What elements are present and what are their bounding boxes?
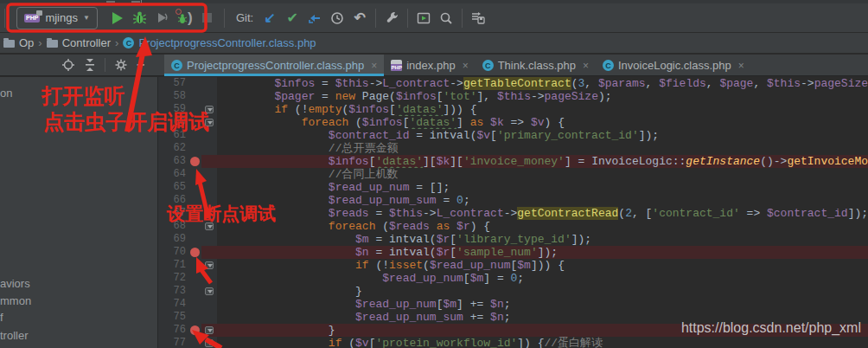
- fold-marker-icon[interactable]: [205, 326, 214, 334]
- code-line[interactable]: 59 if (!empty($infos['datas'])) {: [158, 103, 868, 116]
- project-tree-item[interactable]: on: [0, 87, 12, 100]
- line-number[interactable]: 62: [158, 142, 189, 155]
- code-line[interactable]: 74 $read_up_num[$m] += $n;: [158, 298, 868, 311]
- code-line[interactable]: 70 $n = intval($r['sample_num']);: [158, 246, 868, 259]
- git-push-button[interactable]: [303, 7, 326, 29]
- code-text: foreach ($reads as $r) {: [217, 220, 868, 233]
- project-tree-item[interactable]: mmon: [0, 294, 31, 307]
- debug-button[interactable]: [129, 7, 151, 29]
- code-line[interactable]: 58 $pager = new Page($infos['tot'], $thi…: [158, 90, 868, 103]
- close-icon[interactable]: ×: [738, 60, 744, 72]
- code-token: $n: [490, 311, 504, 324]
- line-number[interactable]: 74: [158, 298, 189, 311]
- code-token: =: [409, 129, 429, 142]
- gutter-marker-slot[interactable]: [189, 155, 201, 168]
- gutter-marker-slot[interactable]: [189, 233, 201, 246]
- close-icon[interactable]: ×: [371, 60, 377, 72]
- line-number[interactable]: 65: [158, 181, 189, 194]
- project-tree-item[interactable]: f: [0, 311, 3, 324]
- close-icon[interactable]: ×: [463, 60, 469, 72]
- line-number[interactable]: 64: [158, 168, 189, 181]
- breakpoint-dot[interactable]: [190, 325, 200, 335]
- code-token: $read_up_num: [355, 298, 437, 311]
- line-number[interactable]: 58: [158, 90, 189, 103]
- settings-button[interactable]: [380, 7, 403, 29]
- breakpoint-dot[interactable]: [190, 248, 200, 257]
- breadcrumb-item[interactable]: Op: [3, 36, 34, 49]
- gutter-marker-slot[interactable]: [189, 337, 201, 348]
- line-number[interactable]: 77: [158, 337, 189, 348]
- code-line[interactable]: 60 foreach ($infos['datas'] as $k => $v)…: [158, 116, 868, 129]
- project-tree-item[interactable]: troller: [0, 329, 29, 342]
- fold-marker-icon[interactable]: [205, 261, 214, 269]
- gutter-marker-slot[interactable]: [189, 298, 201, 311]
- gutter-marker-slot[interactable]: [189, 285, 201, 298]
- run-window-button[interactable]: [412, 7, 435, 29]
- history-button[interactable]: [326, 7, 348, 29]
- listen-debug-button[interactable]: ): [174, 7, 196, 29]
- gutter-marker-slot[interactable]: [189, 311, 201, 324]
- stop-button[interactable]: [196, 7, 219, 29]
- close-icon[interactable]: ×: [583, 60, 589, 72]
- line-number[interactable]: 57: [158, 77, 189, 90]
- gutter-marker-slot[interactable]: [189, 246, 201, 259]
- code-token: $read_up_num: [430, 259, 511, 272]
- collapse-all-icon[interactable]: [84, 58, 96, 72]
- run-config-name: mjings: [45, 11, 78, 24]
- gutter-marker-slot[interactable]: [189, 181, 201, 194]
- code-line[interactable]: 64 //合同上机数: [158, 168, 868, 181]
- code-line[interactable]: 63 $infos['datas'][$k]['invoice_money'] …: [158, 155, 868, 168]
- code-token: if: [329, 337, 342, 348]
- line-number[interactable]: 76: [158, 324, 189, 337]
- code-line[interactable]: 62 //总开票金额: [158, 142, 868, 155]
- tab-projectprogresscontroller-class-php[interactable]: CProjectprogressController.class.php×: [164, 55, 384, 76]
- tab-think-class-php[interactable]: CThink.class.php×: [475, 55, 596, 76]
- code-line[interactable]: 72 $read_up_num[$m] = 0;: [158, 272, 868, 285]
- code-line[interactable]: 65 $read_up_num = [];: [158, 181, 868, 194]
- code-line[interactable]: 57 $infos = $this->L_contract->getTableC…: [158, 77, 868, 90]
- code-token: ->: [801, 77, 814, 90]
- code-line[interactable]: 71 if (!isset($read_up_num[$m])) {: [158, 259, 868, 272]
- gutter-marker-slot[interactable]: [189, 324, 201, 337]
- code-line[interactable]: 61 $contract_id = intval($v['primary_con…: [158, 129, 868, 142]
- coverage-run-button[interactable]: [151, 7, 174, 29]
- save-all-button[interactable]: [467, 7, 489, 29]
- code-token: [483, 116, 490, 129]
- breadcrumb-item[interactable]: CProjectprogressController.class.php: [123, 36, 316, 49]
- code-line[interactable]: 77 if ($v['protein_workflow_id']) {//蛋白解…: [158, 337, 868, 348]
- gutter-marker-slot[interactable]: [189, 272, 201, 285]
- line-number[interactable]: 73: [158, 285, 189, 298]
- gutter-marker-slot[interactable]: [189, 90, 201, 103]
- run-config-selector[interactable]: PHP mjings ▼: [16, 7, 98, 29]
- gutter-marker-slot[interactable]: [189, 142, 201, 155]
- locate-icon[interactable]: [61, 58, 75, 72]
- code-token: ->: [504, 207, 518, 220]
- git-update-button[interactable]: ↙: [258, 7, 281, 29]
- run-button[interactable]: [106, 7, 129, 29]
- gutter-marker-slot[interactable]: [189, 259, 201, 272]
- gutter-marker-slot[interactable]: [189, 77, 201, 90]
- code-token: (: [375, 220, 389, 233]
- git-commit-button[interactable]: ✔: [281, 7, 303, 29]
- gear-icon[interactable]: [114, 58, 128, 72]
- breakpoint-dot[interactable]: [190, 157, 200, 166]
- search-button[interactable]: [435, 7, 457, 29]
- fold-marker-icon[interactable]: [205, 287, 214, 295]
- breadcrumb-item[interactable]: Controller: [47, 36, 111, 49]
- line-number[interactable]: 70: [158, 246, 189, 259]
- line-number[interactable]: 75: [158, 311, 189, 324]
- tab-index-php[interactable]: index.php×: [384, 55, 475, 76]
- tab-invoicelogic-class-php[interactable]: CInvoiceLogic.class.php×: [596, 55, 751, 76]
- gutter-marker-slot[interactable]: [189, 168, 201, 181]
- fold-marker-icon[interactable]: [205, 339, 214, 347]
- line-number[interactable]: 69: [158, 233, 189, 246]
- line-number[interactable]: 63: [158, 155, 189, 168]
- code-line[interactable]: 73 }: [158, 285, 868, 298]
- project-tree-item[interactable]: aviors: [0, 277, 30, 290]
- rollback-button[interactable]: ↶: [348, 7, 371, 29]
- code-text: if (!isset($read_up_num[$m])) {: [217, 259, 868, 272]
- code-line[interactable]: 69 $m = intval($r['library_type_id']);: [158, 233, 868, 246]
- line-number[interactable]: 72: [158, 272, 189, 285]
- line-number[interactable]: 71: [158, 259, 189, 272]
- hide-panel-icon[interactable]: −: [137, 57, 144, 73]
